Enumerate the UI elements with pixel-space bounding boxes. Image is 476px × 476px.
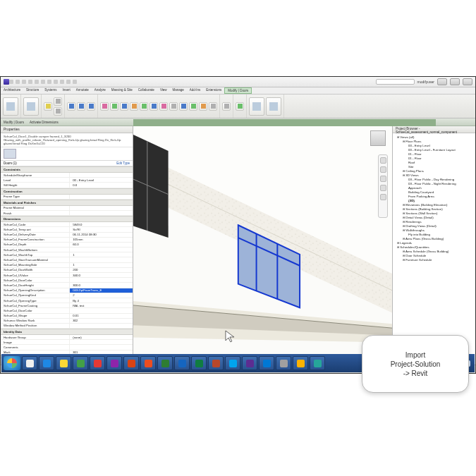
property-value[interactable]: 1 — [69, 252, 133, 257]
cut-button[interactable] — [54, 97, 62, 106]
ribbon-tab[interactable]: Massing & Site — [109, 87, 135, 94]
taskbar-app-button[interactable] — [157, 356, 173, 370]
copy-button[interactable] — [54, 107, 62, 116]
trim-button[interactable] — [159, 102, 168, 111]
ribbon-tab[interactable]: Structure — [23, 87, 42, 94]
property-row[interactable]: SchueCal_MountingSide1 — [1, 263, 133, 268]
window-close-button[interactable] — [463, 78, 472, 85]
property-row[interactable]: SchueCal_DeliveryDate06.11.2014 08:30 — [1, 233, 133, 238]
taskbar-app-button[interactable] — [208, 356, 224, 370]
property-value[interactable]: By 4 — [69, 298, 133, 303]
property-value[interactable]: 00 - Entry Level — [69, 178, 133, 182]
activate-dimensions-button[interactable]: Activate Dimensions — [30, 121, 59, 124]
property-value[interactable]: 300.0 — [69, 283, 133, 287]
taskbar-app-button[interactable] — [310, 356, 325, 370]
instance-filter[interactable]: Doors (1) — [4, 161, 17, 165]
edit-type-button[interactable]: Edit Type — [116, 161, 130, 165]
taskbar-app-button[interactable] — [276, 356, 291, 370]
join-button[interactable] — [87, 102, 95, 111]
property-row[interactable]: Sill Height0.0 — [1, 183, 133, 188]
property-row[interactable]: SchueCal_StainTransomMaterial — [1, 257, 133, 262]
property-row[interactable]: Level00 - Entry Level — [1, 178, 133, 183]
property-value[interactable] — [69, 345, 133, 349]
property-value[interactable] — [69, 211, 133, 215]
move-button[interactable] — [130, 102, 138, 111]
steering-wheel-icon[interactable] — [380, 157, 386, 164]
properties-button[interactable] — [23, 97, 39, 116]
window-minimize-button[interactable] — [437, 78, 447, 85]
property-value[interactable]: 0.0 — [69, 183, 133, 187]
property-row[interactable]: SchueCal_WashhTop1 — [1, 252, 133, 257]
property-value[interactable]: 60.0 — [69, 243, 133, 247]
property-category[interactable]: Constraints — [1, 166, 133, 173]
3d-viewport[interactable] — [133, 126, 392, 365]
property-value[interactable]: 302 — [69, 319, 133, 323]
array-button[interactable] — [179, 102, 188, 111]
property-value[interactable]: 043.Dp/FramTrans_E — [69, 288, 133, 293]
qat-print-icon[interactable] — [35, 80, 39, 84]
cope-button[interactable] — [67, 102, 75, 111]
qat-save-icon[interactable] — [16, 80, 20, 84]
copy-elem-button[interactable] — [140, 102, 148, 111]
property-category[interactable]: Dimensions — [1, 216, 133, 222]
lookaround-icon[interactable] — [380, 194, 386, 200]
property-category[interactable]: Identity Data — [1, 329, 133, 335]
project-browser-tree[interactable]: ⊟ Views (all)⊟ Floor Plans00 - Entry Lev… — [393, 133, 475, 263]
orbit-icon[interactable] — [380, 185, 386, 191]
property-value[interactable] — [69, 278, 133, 282]
taskbar-app-button[interactable] — [73, 356, 88, 370]
property-row[interactable]: SchueCal_DoorColor — [1, 278, 133, 283]
property-row[interactable]: SchueCal_FrameCoatingRAL test — [1, 303, 133, 308]
edit-family-button[interactable] — [249, 97, 264, 116]
property-value[interactable] — [69, 248, 133, 252]
taskbar-app-button[interactable] — [140, 356, 156, 370]
qat-thin-lines-icon[interactable] — [66, 80, 71, 84]
mirror-button[interactable] — [120, 102, 128, 111]
revit-app-icon[interactable] — [4, 79, 9, 85]
property-value[interactable]: (none) — [69, 335, 133, 339]
ribbon-tab[interactable]: Extensions — [203, 87, 224, 94]
property-row[interactable]: SchueCal_DoorWidth200 — [1, 268, 133, 273]
ribbon-tab[interactable]: Systems — [42, 87, 59, 94]
property-value[interactable]: 0.01 — [69, 314, 133, 318]
taskbar-app-button[interactable] — [242, 356, 257, 370]
property-value[interactable] — [69, 324, 133, 328]
taskbar-app-button[interactable] — [174, 356, 190, 370]
property-row[interactable]: SchueCal_OpeningKind2 — [1, 293, 133, 298]
ribbon-tab[interactable]: Annotate — [73, 87, 92, 94]
ribbon-tab[interactable]: View — [157, 87, 170, 94]
ribbon-tab[interactable]: Collaborate — [135, 87, 157, 94]
property-value[interactable]: 5849.0 — [69, 222, 133, 226]
qat-undo-icon[interactable] — [22, 80, 26, 84]
qat-sync-icon[interactable] — [41, 80, 45, 84]
help-search-input[interactable] — [376, 79, 415, 85]
property-row[interactable]: SchueCal_FrameConstruction105mm — [1, 238, 133, 243]
property-value[interactable]: 105mm — [69, 238, 133, 242]
cut-geom-button[interactable] — [77, 102, 85, 111]
property-value[interactable] — [69, 206, 133, 210]
delete-button[interactable] — [209, 102, 217, 111]
property-row[interactable]: Image — [1, 340, 133, 345]
qat-redo-icon[interactable] — [28, 80, 32, 84]
property-row[interactable]: Comments — [1, 345, 133, 350]
property-row[interactable]: SchueCal_Code5849.0 — [1, 222, 133, 227]
start-button[interactable] — [4, 356, 20, 370]
tree-node[interactable]: ⊟ Furniture Schedule — [393, 257, 475, 262]
ribbon-tab[interactable]: Architecture — [1, 87, 23, 94]
property-row[interactable]: SchueCal_DoorHeight300.0 — [1, 283, 133, 288]
qat-open-icon[interactable] — [9, 80, 13, 84]
taskbar-app-button[interactable] — [293, 356, 308, 370]
taskbar-app-button[interactable] — [191, 356, 207, 370]
offset-button[interactable] — [110, 102, 118, 111]
qat-3d-icon[interactable] — [54, 80, 58, 84]
property-value[interactable] — [69, 195, 133, 199]
taskbar-app-button[interactable] — [259, 356, 274, 370]
pick-new-host-button[interactable] — [266, 97, 281, 116]
property-row[interactable]: Finish — [1, 211, 133, 216]
split-button[interactable] — [169, 102, 178, 111]
property-value[interactable] — [69, 173, 133, 177]
ribbon-tab[interactable]: Manage — [170, 87, 187, 94]
taskbar-app-button[interactable] — [106, 356, 122, 370]
ribbon-tab[interactable]: Add-Ins — [187, 87, 204, 94]
pin-button[interactable] — [199, 102, 207, 111]
